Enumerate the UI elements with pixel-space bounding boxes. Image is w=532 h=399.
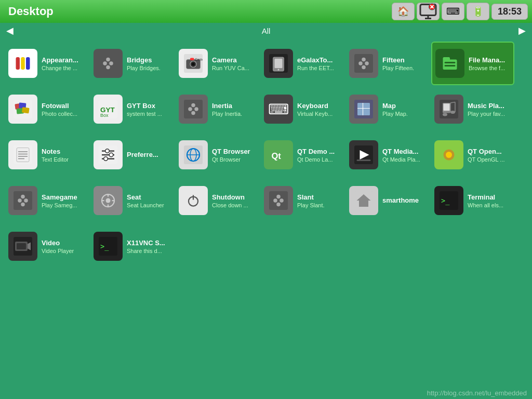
- svg-point-24: [278, 69, 280, 71]
- app-item-terminal[interactable]: >_ TerminalWhen all els...: [431, 179, 514, 222]
- battery-button[interactable]: 🔋: [467, 3, 489, 20]
- svg-point-86: [18, 198, 22, 203]
- app-item-inertia[interactable]: InertiaPlay Inertia.: [176, 87, 259, 131]
- fifteen-icon: [349, 49, 378, 78]
- app-item-egalaxy[interactable]: eGalaxTo...Run the EET...: [261, 42, 344, 85]
- fotowall-name: Fotowall: [42, 102, 85, 110]
- shutdown-desc: Close down ...: [212, 202, 256, 208]
- svg-text:>_: >_: [441, 196, 450, 205]
- camera-icon: Camera: [179, 49, 208, 78]
- svg-point-103: [276, 195, 281, 199]
- notes-icon: [8, 140, 37, 169]
- map-icon: [349, 95, 378, 124]
- qtmedia-icon: [349, 140, 378, 169]
- app-item-samegame[interactable]: SamegamePlay Sameg...: [5, 179, 88, 222]
- svg-point-44: [188, 107, 192, 111]
- app-item-x11vnc[interactable]: >_ X11VNC S...Share this d...: [90, 224, 174, 268]
- svg-rect-61: [17, 148, 29, 162]
- nav-left-arrow[interactable]: ◀: [2, 25, 18, 36]
- app-item-smarthome[interactable]: smarthome: [346, 179, 429, 222]
- x11vnc-name: X11VNC S...: [127, 239, 170, 247]
- svg-rect-49: [357, 103, 370, 115]
- x11vnc-desc: Share this d...: [127, 248, 170, 254]
- svg-rect-23: [275, 59, 283, 68]
- app-item-notes[interactable]: NotesText Editor: [5, 133, 88, 177]
- keyboard-desc: Virtual Keyb...: [297, 111, 341, 117]
- app-item-camera[interactable]: Camera CameraRun YUV Ca...: [176, 42, 259, 85]
- monitor-button[interactable]: [417, 3, 440, 20]
- app-item-video[interactable]: VideoVideo Player: [5, 224, 88, 268]
- samegame-name: Samegame: [42, 193, 85, 201]
- qtopen-icon: [434, 140, 463, 169]
- appearance-icon: [8, 49, 37, 78]
- svg-rect-7: [16, 57, 20, 70]
- app-item-filemanager[interactable]: File Mana...Browse the f...: [431, 42, 514, 85]
- app-item-qtmedia[interactable]: QT Media...Qt Media Pla...: [346, 133, 429, 177]
- app-item-slant[interactable]: SlantPlay Slant.: [261, 179, 344, 222]
- app-item-appearance[interactable]: Appearan...Change the ...: [5, 42, 88, 85]
- app-item-fotowall[interactable]: FotowallPhoto collec...: [5, 87, 88, 131]
- gytbox-desc: system test ...: [127, 111, 170, 117]
- preferred-icon: [94, 140, 123, 169]
- app-item-map[interactable]: MapPlay Map.: [346, 87, 429, 131]
- svg-text:Camera: Camera: [195, 58, 203, 61]
- musicplayer-desc: Play your fav...: [468, 111, 511, 117]
- svg-point-84: [446, 152, 452, 158]
- app-item-fifteen[interactable]: FifteenPlay Fifteen.: [346, 42, 429, 85]
- app-item-musicplayer[interactable]: Music Pla...Play your fav...: [431, 87, 514, 131]
- fifteen-name: Fifteen: [382, 56, 426, 64]
- keyboard-icon: ⌨: [264, 95, 293, 124]
- egalaxy-desc: Run the EET...: [297, 65, 341, 71]
- topbar-title: Desktop: [4, 5, 54, 18]
- topbar: Desktop 🏠 ⌨ 🔋 18:53: [0, 0, 532, 23]
- keyboard-button[interactable]: ⌨: [442, 3, 464, 20]
- app-item-preferred[interactable]: Preferre...: [90, 133, 174, 177]
- nav-label: All: [262, 26, 271, 35]
- seat-icon: [94, 186, 123, 215]
- app-item-qtdemo[interactable]: Qt QT Demo ...Qt Demo La...: [261, 133, 344, 177]
- svg-rect-97: [184, 191, 203, 210]
- notes-name: Notes: [42, 148, 85, 155]
- qtbrowser-desc: Qt Browser: [212, 156, 256, 163]
- qtbrowser-name: QT Browser: [212, 148, 256, 155]
- app-item-keyboard[interactable]: ⌨KeyboardVirtual Keyb...: [261, 87, 344, 131]
- app-item-seat[interactable]: SeatSeat Launcher: [90, 179, 174, 222]
- samegame-desc: Play Sameg...: [42, 202, 85, 208]
- app-item-qtopen[interactable]: QT Open...QT OpenGL ...: [431, 133, 514, 177]
- terminal-icon: >_: [434, 186, 463, 215]
- seat-name: Seat: [127, 193, 170, 201]
- svg-point-47: [191, 111, 195, 115]
- fifteen-desc: Play Fifteen.: [382, 65, 426, 71]
- svg-rect-32: [443, 57, 450, 61]
- app-item-gytbox[interactable]: GYT Box GYT Boxsystem test ...: [90, 87, 174, 131]
- svg-text:Box: Box: [100, 113, 109, 118]
- filemanager-name: File Mana...: [469, 56, 510, 64]
- map-desc: Play Map.: [382, 111, 426, 117]
- qtmedia-name: QT Media...: [382, 148, 426, 155]
- gytbox-icon: GYT Box: [94, 95, 123, 124]
- home-button[interactable]: 🏠: [392, 3, 415, 20]
- gytbox-name: GYT Box: [127, 102, 170, 110]
- qtopen-desc: QT OpenGL ...: [468, 156, 511, 163]
- appearance-name: Appearan...: [42, 56, 85, 64]
- svg-rect-25: [354, 54, 373, 73]
- map-name: Map: [382, 102, 426, 110]
- video-desc: Video Player: [42, 248, 85, 254]
- nav-right-arrow[interactable]: ▶: [514, 25, 530, 36]
- app-item-qtbrowser[interactable]: QT BrowserQt Browser: [176, 133, 259, 177]
- slant-name: Slant: [297, 193, 341, 201]
- svg-point-12: [109, 61, 113, 65]
- camera-name: Camera: [212, 56, 256, 64]
- slant-desc: Play Slant.: [297, 202, 341, 208]
- camera-desc: Run YUV Ca...: [212, 65, 256, 71]
- terminal-desc: When all els...: [468, 202, 511, 208]
- terminal-name: Terminal: [468, 193, 511, 201]
- app-item-bridges[interactable]: BridgesPlay Bridges.: [90, 42, 174, 85]
- qtdemo-desc: Qt Demo La...: [297, 156, 341, 163]
- svg-point-70: [105, 149, 110, 153]
- svg-rect-112: [17, 243, 26, 249]
- slant-icon: [264, 186, 293, 215]
- svg-point-104: [276, 203, 281, 207]
- app-item-shutdown[interactable]: ShutdownClose down ...: [176, 179, 259, 222]
- smarthome-icon: [349, 186, 378, 215]
